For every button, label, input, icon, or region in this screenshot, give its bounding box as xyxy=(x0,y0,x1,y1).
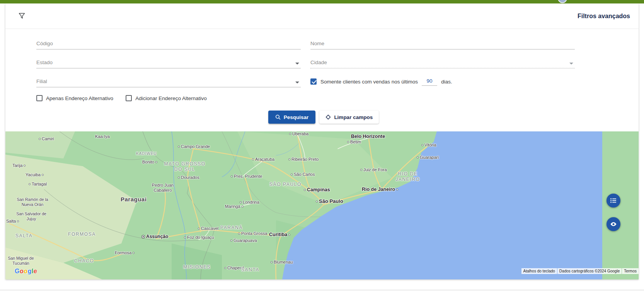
terms-link[interactable]: Termos xyxy=(622,268,639,274)
vendas-label: Somente clientes com vendas nos últimos xyxy=(320,79,418,85)
city-dot xyxy=(316,201,318,203)
map-label: SALTA xyxy=(15,233,32,238)
page-title: Filtros avançados xyxy=(578,13,630,20)
city-dot xyxy=(42,174,44,176)
adicionar-endereco-label: Adicionar Endereço Alternativo xyxy=(135,95,207,101)
map-label: Campinas xyxy=(304,187,330,192)
nome-input[interactable] xyxy=(310,38,575,49)
filial-select-wrap xyxy=(36,76,301,87)
city-dot xyxy=(360,169,362,171)
map-label: Foz do Iguaçu xyxy=(184,235,214,240)
city-dot xyxy=(230,240,232,242)
map-label: PARANÁ xyxy=(220,225,243,230)
vendas-suffix: dias. xyxy=(441,79,452,85)
map-label: MATO GROSSO DO SUL xyxy=(159,161,210,172)
map-label: RIO DE JANEIRO xyxy=(390,171,426,182)
city-dot xyxy=(39,138,41,140)
limpar-campos-button[interactable]: Limpar campos xyxy=(319,111,379,124)
codigo-field-wrap xyxy=(36,38,301,49)
city-dot xyxy=(304,189,306,191)
vendas-days-input[interactable] xyxy=(422,77,437,86)
city-dot xyxy=(24,165,26,167)
map-label: Ribeirão Preto xyxy=(288,157,319,162)
city-dot xyxy=(29,183,31,185)
city-dot xyxy=(347,141,349,143)
page-bottom-divider xyxy=(0,290,644,290)
apenas-endereco-label: Apenas Endereço Alternativo xyxy=(46,95,113,101)
list-icon xyxy=(610,197,617,204)
capital-icon xyxy=(141,235,145,238)
map-label: Pedro Juan Caballero xyxy=(148,183,178,193)
filters-form: Somente clientes com vendas nos últimos … xyxy=(5,29,639,131)
cidade-select[interactable] xyxy=(310,57,575,68)
limpar-campos-label: Limpar campos xyxy=(334,114,373,120)
map-label: São Paulo xyxy=(316,198,343,204)
map-label: Tarija xyxy=(12,163,26,168)
codigo-input[interactable] xyxy=(36,38,301,49)
city-dot xyxy=(252,158,254,160)
map-label: Belo Horizonte xyxy=(351,134,385,139)
map-attribution: Atalhos do teclado Dados cartográficos ©… xyxy=(521,268,639,274)
map-label: Assunção xyxy=(141,234,168,239)
chevron-down-icon xyxy=(569,63,573,65)
map-visibility-fab[interactable] xyxy=(607,217,620,231)
adicionar-endereco-checkbox[interactable] xyxy=(126,95,132,101)
city-dot xyxy=(198,228,200,230)
city-dot xyxy=(288,234,290,236)
top-green-bar xyxy=(0,0,644,3)
map-label: Maringá xyxy=(225,204,244,209)
adicionar-endereco-item: Adicionar Endereço Alternativo xyxy=(126,95,207,101)
filial-select[interactable] xyxy=(36,76,301,87)
map-label: Bonito xyxy=(142,160,157,164)
city-dot xyxy=(271,261,273,263)
map-data-text: Dados cartográficos ©2024 Google xyxy=(557,268,622,274)
map-label: San Miguel de Tucumán xyxy=(5,256,36,265)
google-map[interactable]: Camiri Kaa-Iya Uberaba Belo Horizonte Be… xyxy=(5,131,639,279)
map-label: Guarapuava xyxy=(230,238,257,243)
vendas-checkbox[interactable] xyxy=(310,78,317,85)
map-list-fab[interactable] xyxy=(607,194,620,208)
diamond-eraser-icon xyxy=(325,114,331,120)
keyboard-shortcuts-link[interactable]: Atalhos do teclado xyxy=(521,268,557,274)
map-label: Blumenau xyxy=(271,260,293,264)
map-label: SANTA xyxy=(241,267,259,272)
city-dot xyxy=(421,144,423,146)
search-icon xyxy=(275,114,281,120)
cidade-select-wrap xyxy=(310,57,575,68)
chevron-down-icon xyxy=(295,63,299,65)
map-label: San Ramón de la Nueva Orán xyxy=(15,197,49,207)
city-dot xyxy=(133,252,135,254)
content-card: Filtros avançados xyxy=(5,3,639,279)
map-label: Camiri xyxy=(39,136,54,141)
map-label: MISIONES xyxy=(183,264,211,270)
map-label: Pres. Prudente xyxy=(231,174,262,179)
city-dot xyxy=(396,189,398,191)
map-label: Tartagal xyxy=(29,182,47,186)
eye-icon xyxy=(610,221,617,228)
map-terrain xyxy=(5,131,602,279)
map-label: SÃO PAULO xyxy=(269,182,302,187)
pesquisar-button[interactable]: Pesquisar xyxy=(268,111,316,124)
apenas-endereco-item: Apenas Endereço Alternativo xyxy=(36,95,113,101)
city-dot xyxy=(178,146,180,148)
google-logo[interactable]: Google xyxy=(15,268,37,275)
map-label: Kaa-Iya xyxy=(95,134,110,139)
filter-funnel-icon[interactable] xyxy=(19,13,25,19)
map-label: Araçatuba xyxy=(252,157,274,162)
city-dot xyxy=(417,157,419,158)
city-dot xyxy=(238,233,240,235)
city-dot xyxy=(242,206,244,208)
city-dot xyxy=(240,201,242,203)
city-dot xyxy=(291,174,293,175)
city-dot xyxy=(178,177,180,179)
map-label: Campo Grande xyxy=(178,144,210,149)
estado-select[interactable] xyxy=(36,57,301,68)
apenas-endereco-checkbox[interactable] xyxy=(36,95,43,101)
map-label: Guarapari xyxy=(417,155,439,160)
nome-field-wrap xyxy=(310,38,575,49)
map-label: São Carlos xyxy=(291,172,315,177)
map-label: Cascavel xyxy=(198,226,218,231)
avatar[interactable] xyxy=(558,0,567,3)
map-label: KADIWÉU xyxy=(136,151,157,156)
map-label: Rio de Janeiro xyxy=(362,187,398,192)
